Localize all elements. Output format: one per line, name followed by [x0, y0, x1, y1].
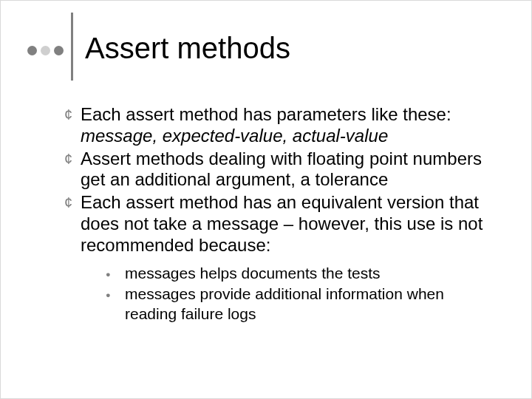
dot-icon — [54, 46, 64, 55]
list-item: ¢ Each assert method has an equivalent v… — [64, 192, 494, 256]
bullet-marker-icon: ¢ — [64, 104, 81, 147]
decorative-dots — [27, 46, 64, 55]
bullet-marker-icon: ¢ — [64, 149, 81, 191]
dot-icon — [27, 46, 37, 55]
slide-header: Assert methods — [27, 16, 502, 81]
sub-bullet-marker-icon: ● — [106, 284, 125, 324]
list-item: ¢ Each assert method has parameters like… — [64, 104, 494, 147]
bullet-marker-icon: ¢ — [64, 192, 81, 256]
bullet-text: Each assert method has parameters like t… — [81, 104, 494, 147]
sub-bullet-text: messages helps documents the tests — [125, 264, 494, 284]
page-title: Assert methods — [85, 32, 290, 65]
list-item: ● messages provide additional informatio… — [106, 284, 494, 324]
sub-bullet-list: ● messages helps documents the tests ● m… — [106, 264, 494, 325]
dot-icon — [41, 46, 50, 55]
sub-bullet-text: messages provide additional information … — [125, 284, 494, 324]
sub-bullet-marker-icon: ● — [106, 264, 125, 284]
bullet-text: Assert methods dealing with floating poi… — [81, 149, 494, 191]
bullet-text: Each assert method has an equivalent ver… — [81, 192, 494, 256]
slide: Assert methods ¢ Each assert method has … — [0, 0, 532, 399]
list-item: ● messages helps documents the tests — [106, 264, 494, 284]
bullet-list: ¢ Each assert method has parameters like… — [64, 104, 494, 256]
vertical-rule-icon — [71, 13, 73, 81]
slide-content: ¢ Each assert method has parameters like… — [27, 101, 502, 324]
list-item: ¢ Assert methods dealing with floating p… — [64, 149, 494, 191]
